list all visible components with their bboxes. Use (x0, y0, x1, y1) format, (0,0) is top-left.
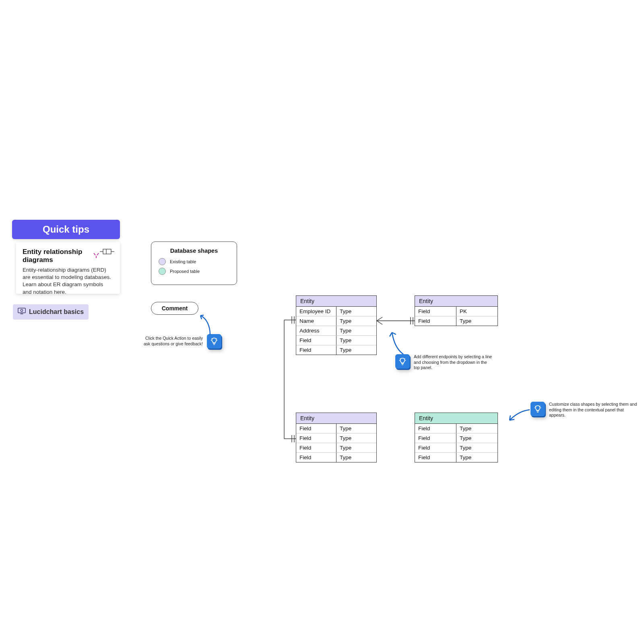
table-row: FieldType (296, 452, 376, 462)
table-row: Employee IDType (296, 307, 376, 316)
entity-table-2[interactable]: Entity FieldPK FieldType (415, 295, 498, 326)
connector-trunk[interactable] (282, 314, 298, 443)
table-row: FieldPK (415, 307, 497, 316)
entity-table-4[interactable]: Entity FieldType FieldType FieldType Fie… (415, 413, 498, 462)
table-row: AddressType (296, 326, 376, 335)
diagram-canvas[interactable]: Quick tips Entity relationship diagrams … (0, 0, 644, 644)
entity-4-title: Entity (415, 413, 497, 424)
tip-customize-text: Customize class shapes by selecting them… (549, 402, 638, 418)
svg-line-12 (212, 339, 212, 339)
table-row: FieldType (296, 433, 376, 443)
legend-row-existing: Existing table (159, 258, 229, 265)
entity-table-1[interactable]: Entity Employee IDType NameType AddressT… (296, 295, 377, 355)
lucidchart-basics-chip[interactable]: Lucidchart basics (13, 304, 89, 320)
er-shape-icon (100, 248, 114, 257)
tip-customize: Customize class shapes by selecting them… (530, 402, 639, 418)
entity-2-title: Entity (415, 296, 497, 307)
tip-quick-action-text: Click the Quick Action to easily ask que… (138, 336, 203, 347)
table-row: FieldType (296, 335, 376, 345)
database-shapes-legend[interactable]: Database shapes Existing table Proposed … (151, 242, 237, 285)
sparkle-icon (93, 252, 100, 261)
swatch-existing-icon (159, 258, 166, 265)
legend-proposed-label: Proposed table (170, 269, 200, 274)
svg-line-13 (216, 339, 217, 339)
tip-card[interactable]: Entity relationship diagrams Entity-rela… (16, 242, 120, 294)
legend-title: Database shapes (159, 248, 229, 254)
tip-endpoints-text: Add different endpoints by selecting a l… (414, 354, 492, 371)
table-row: FieldType (415, 316, 497, 326)
svg-rect-0 (103, 249, 111, 254)
entity-table-3[interactable]: Entity FieldType FieldType FieldType Fie… (296, 413, 377, 462)
tip-card-body: Entity-relationship diagrams (ERD) are e… (23, 266, 114, 296)
arrow-icon (390, 329, 410, 357)
table-row: FieldType (296, 345, 376, 355)
svg-line-4 (94, 253, 95, 255)
table-row: FieldType (296, 424, 376, 433)
lightbulb-icon (395, 354, 410, 369)
entity-1-title: Entity (296, 296, 376, 307)
table-row: FieldType (415, 452, 497, 462)
connector-e1-e2[interactable] (377, 315, 415, 327)
entity-3-title: Entity (296, 413, 376, 424)
tip-endpoints: Add different endpoints by selecting a l… (395, 354, 500, 371)
lightbulb-icon (530, 402, 545, 416)
quick-tips-header-label: Quick tips (43, 224, 89, 235)
quick-tips-header: Quick tips (12, 220, 120, 239)
comment-button-label: Comment (162, 305, 188, 312)
comment-button[interactable]: Comment (151, 302, 198, 315)
svg-line-26 (400, 359, 400, 359)
monitor-icon (18, 308, 26, 316)
table-row: FieldType (296, 443, 376, 452)
svg-rect-9 (21, 314, 23, 314)
svg-point-8 (21, 310, 23, 312)
lightbulb-icon (207, 334, 221, 349)
table-row: FieldType (415, 433, 497, 443)
svg-line-5 (97, 253, 99, 255)
arrow-icon (508, 407, 532, 423)
table-row: FieldType (415, 424, 497, 433)
table-row: FieldType (415, 443, 497, 452)
svg-line-30 (535, 406, 536, 407)
legend-row-proposed: Proposed table (159, 268, 229, 275)
lucidchart-basics-label: Lucidchart basics (29, 308, 84, 316)
swatch-proposed-icon (159, 268, 166, 275)
svg-line-27 (405, 359, 405, 359)
tip-quick-action: Click the Quick Action to easily ask que… (130, 334, 221, 349)
svg-line-31 (540, 406, 540, 407)
legend-existing-label: Existing table (170, 259, 196, 264)
table-row: NameType (296, 316, 376, 326)
arrow-icon (198, 313, 214, 337)
svg-rect-7 (18, 308, 25, 313)
